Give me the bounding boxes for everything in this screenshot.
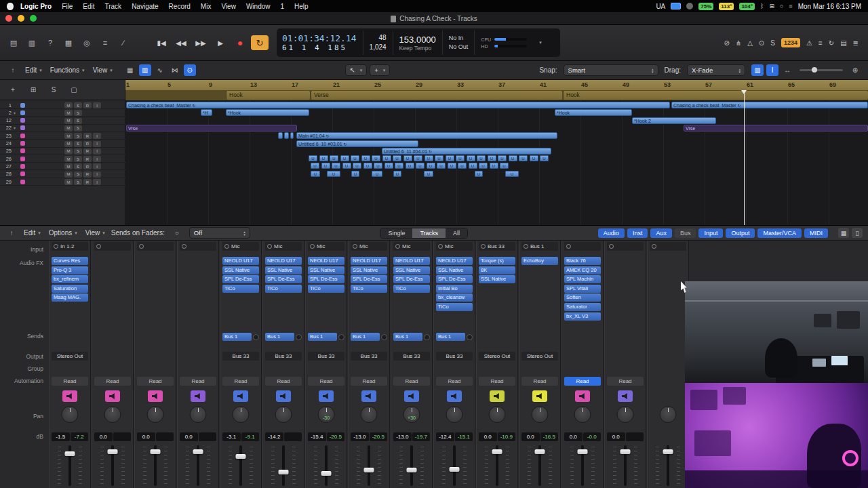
region[interactable]: U [448, 163, 456, 169]
audio-fx-slot[interactable]: SPL De-Ess [308, 275, 344, 283]
inspector-icon[interactable]: ▥ [25, 37, 39, 49]
power-icon[interactable]: ○ [171, 227, 183, 239]
region[interactable]: U [321, 163, 330, 169]
region[interactable]: U [424, 171, 433, 177]
crossfade-icon[interactable]: ⋈ [169, 64, 181, 76]
region[interactable]: U [319, 155, 328, 161]
region[interactable]: U [456, 155, 465, 161]
volume-value[interactable]: -1.5 [52, 432, 70, 441]
track-input-monitor-button[interactable]: I [93, 133, 101, 139]
cycle-button[interactable]: ↻ [251, 35, 269, 50]
horizontal-zoom-slider[interactable] [800, 69, 843, 71]
battery-badge[interactable]: 75% [698, 3, 713, 10]
track-speaker-icon[interactable] [404, 390, 419, 402]
pan-knob[interactable] [446, 406, 463, 423]
snap-select[interactable]: Smart▴▾ [564, 64, 658, 76]
menubar-item-mix[interactable]: Mix [201, 3, 212, 10]
track-input-monitor-button[interactable]: I [93, 163, 101, 169]
strip-columns-icon[interactable]: ▦ [838, 228, 849, 238]
automation-mode-button[interactable]: Read [265, 377, 302, 386]
region[interactable]: U [393, 171, 401, 177]
rewind-button[interactable]: ◀◀ [172, 35, 190, 50]
channel-input-device[interactable] [137, 242, 174, 251]
filter-output-button[interactable]: Output [726, 228, 755, 238]
automation-mode-button[interactable]: Read [521, 377, 558, 386]
region[interactable]: U [372, 155, 380, 161]
track-header-row[interactable]: 29MSRI [0, 178, 125, 186]
duplicate-track-button[interactable]: ⊞ [27, 84, 39, 96]
region[interactable]: U [372, 171, 382, 177]
automation-mode-button[interactable]: Read [564, 377, 601, 386]
region[interactable]: U [403, 155, 412, 161]
track-input-monitor-button[interactable]: I [93, 156, 101, 162]
region[interactable]: U [500, 163, 509, 169]
channel-input-device[interactable]: Bus 33 [479, 242, 515, 251]
channel-input-device[interactable]: Mic [436, 242, 473, 251]
filter-midi-button[interactable]: MIDI [804, 228, 828, 238]
fader-handle[interactable] [407, 468, 417, 472]
fader-handle[interactable] [620, 449, 631, 454]
pan-knob[interactable] [190, 406, 207, 423]
track-record-enable-button[interactable]: R [83, 148, 92, 155]
track-speaker-icon[interactable] [233, 390, 248, 402]
disclosure-icon[interactable]: ▾ [12, 110, 18, 115]
toolbar-menu-edit[interactable]: Edit▾ [25, 66, 42, 74]
track-mute-button[interactable]: M [64, 163, 73, 169]
automation-mode-button[interactable]: Read [308, 377, 344, 386]
volume-fader[interactable] [135, 445, 176, 486]
automation-mode-button[interactable]: Read [52, 377, 88, 386]
disclosure-icon[interactable]: ▾ [12, 125, 18, 130]
track-solo-button[interactable]: S [74, 179, 82, 185]
arrange-area[interactable]: Chasing a check beat_Master↻Chasing a ch… [125, 100, 868, 225]
arrangement-marker[interactable]: Verse [311, 91, 562, 100]
track-record-enable-button[interactable]: R [83, 163, 92, 169]
volume-value[interactable]: -3.1 [222, 432, 241, 441]
menubar-item-1[interactable]: 1 [280, 3, 284, 10]
track-record-enable-button[interactable]: R [83, 171, 92, 178]
region[interactable]: U [427, 163, 435, 169]
audio-fx-slot[interactable]: SSL Native [351, 266, 387, 274]
fader-handle[interactable] [492, 449, 502, 454]
audio-fx-slot[interactable]: TiCo [393, 285, 430, 293]
volume-value[interactable]: 0.0 [479, 432, 497, 441]
region[interactable]: U [384, 163, 393, 169]
output-slot[interactable] [180, 352, 216, 361]
audio-fx-slot[interactable]: TiCo [436, 303, 473, 311]
volume-value[interactable]: -13.0 [351, 432, 369, 441]
global-solo-button[interactable]: S [47, 84, 60, 96]
volume-value[interactable]: 0.0 [137, 432, 155, 441]
output-slot[interactable]: Stereo Out [479, 352, 515, 361]
region[interactable]: *Hook [226, 109, 309, 116]
grid-icon[interactable]: ▦ [124, 64, 136, 76]
pan-knob[interactable] [147, 406, 164, 423]
audio-fx-slot[interactable]: SPL De-Ess [222, 275, 259, 283]
region[interactable]: U [309, 155, 317, 161]
volume-value[interactable]: 0.0 [564, 432, 583, 441]
channel-input-device[interactable]: Mic [308, 242, 344, 251]
region[interactable]: *Hook 2 [632, 117, 716, 124]
track-input-monitor-button[interactable]: I [93, 171, 101, 178]
send-slot[interactable]: Bus 1 [222, 333, 252, 341]
channel-input-device[interactable] [607, 242, 644, 251]
zoom-in-icon[interactable]: ⊕ [849, 64, 861, 76]
audio-fx-slot[interactable]: bx_cleansw [436, 293, 473, 302]
audio-fx-slot[interactable]: TiCo [265, 285, 302, 293]
filter-aux-button[interactable]: Aux [650, 228, 672, 238]
send-level-knob[interactable] [467, 334, 473, 340]
audio-fx-slot[interactable]: Curves Res [52, 257, 88, 265]
region[interactable]: U [530, 155, 538, 161]
region[interactable]: U [416, 163, 425, 169]
track-speaker-icon[interactable] [319, 390, 334, 402]
fader-handle[interactable] [578, 449, 588, 454]
fader-handle[interactable] [108, 449, 118, 454]
mixer-view-single[interactable]: Single [380, 228, 412, 238]
arrangement-marker[interactable]: Hook [226, 91, 310, 100]
command-tool-menu[interactable]: +▾ [370, 64, 390, 76]
output-slot[interactable]: Bus 33 [222, 352, 259, 361]
region[interactable]: *Hook [555, 109, 632, 116]
filter-inst-button[interactable]: Inst [627, 228, 648, 238]
volume-fader[interactable] [477, 445, 517, 486]
region[interactable]: U [458, 163, 467, 169]
channel-input-device[interactable]: In 1-2 [52, 242, 88, 251]
fader-handle[interactable] [364, 468, 374, 472]
